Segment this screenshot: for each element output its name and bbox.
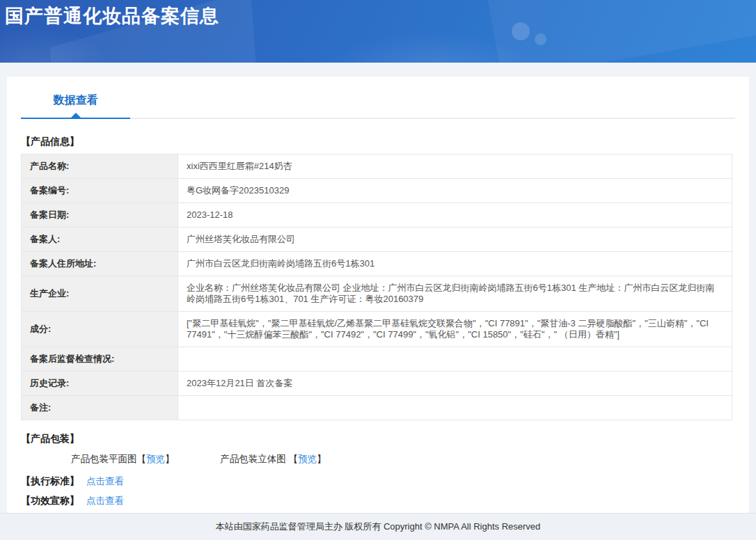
tab-active-underline bbox=[21, 118, 130, 119]
row-label: 备案编号: bbox=[22, 179, 178, 203]
product-info-table: 产品名称: xixi西西里红唇霜#214奶杏 备案编号: 粤G妆网备字20235… bbox=[21, 154, 732, 420]
row-value: 2023年12月21日 首次备案 bbox=[178, 372, 732, 396]
standard-view-link[interactable]: 点击查看 bbox=[86, 476, 124, 486]
packaging-flat-preview-link[interactable]: 预览 bbox=[146, 454, 165, 464]
table-row-remarks: 备注: bbox=[22, 396, 732, 420]
packaging-stereo-item: 产品包装立体图 【预览】 bbox=[220, 453, 326, 466]
row-value: 广州市白云区龙归街南岭岗埔路五街6号1栋301 bbox=[178, 252, 732, 276]
table-row-product-name: 产品名称: xixi西西里红唇霜#214奶杏 bbox=[22, 154, 732, 179]
packaging-stereo-preview-link[interactable]: 预览 bbox=[298, 454, 317, 464]
content-card: 数据查看 【产品信息】 产品名称: xixi西西里红唇霜#214奶杏 备案编号:… bbox=[7, 77, 749, 513]
table-row-supervision-check: 备案后监督检查情况: bbox=[22, 347, 732, 372]
tab-bar: 数据查看 bbox=[21, 93, 735, 119]
footer-copyright-text: 本站由国家药品监督管理局主办 版权所有 Copyright © NMPA All… bbox=[216, 521, 541, 533]
row-value: xixi西西里红唇霜#214奶杏 bbox=[178, 154, 732, 179]
table-row-record-number: 备案编号: 粤G妆网备字2023510329 bbox=[22, 179, 732, 203]
header-decoration-circle-small bbox=[535, 33, 546, 45]
section-efficacy-title: 【功效宣称】 bbox=[21, 495, 79, 506]
table-row-record-date: 备案日期: 2023-12-18 bbox=[22, 203, 732, 228]
row-label: 备案人住所地址: bbox=[22, 252, 178, 276]
table-row-ingredients: 成分: ["聚二甲基硅氧烷"，"聚二甲基硅氧烷/乙烯基聚二甲基硅氧烷交联聚合物"… bbox=[22, 312, 732, 347]
standard-row: 【执行标准】点击查看 bbox=[21, 475, 735, 488]
table-row-manufacturer: 生产企业: 企业名称：广州丝塔芙化妆品有限公司 企业地址：广州市白云区龙归街南岭… bbox=[22, 276, 732, 312]
table-row-history: 历史记录: 2023年12月21日 首次备案 bbox=[22, 372, 732, 396]
row-value: 2023-12-18 bbox=[178, 203, 732, 228]
row-value: 企业名称：广州丝塔芙化妆品有限公司 企业地址：广州市白云区龙归街南岭岗埔路五街6… bbox=[178, 276, 732, 312]
row-label: 备案后监督检查情况: bbox=[22, 347, 178, 372]
efficacy-row: 【功效宣称】点击查看 bbox=[21, 495, 735, 507]
section-standard-title: 【执行标准】 bbox=[21, 475, 79, 486]
row-label: 产品名称: bbox=[22, 154, 178, 179]
page-footer: 本站由国家药品监督管理局主办 版权所有 Copyright © NMPA All… bbox=[0, 513, 756, 540]
row-label: 备案人: bbox=[22, 228, 178, 252]
packaging-row: 产品包装平面图【预览】 产品包装立体图 【预览】 bbox=[21, 453, 735, 466]
page-header: 国产普通化妆品备案信息 bbox=[0, 0, 756, 63]
packaging-flat-label: 产品包装平面图 bbox=[71, 454, 137, 464]
tab-data-view[interactable]: 数据查看 bbox=[21, 93, 130, 118]
table-row-registrant-address: 备案人住所地址: 广州市白云区龙归街南岭岗埔路五街6号1栋301 bbox=[22, 252, 732, 276]
row-label: 备案日期: bbox=[22, 203, 178, 228]
row-value: ["聚二甲基硅氧烷"，"聚二甲基硅氧烷/乙烯基聚二甲基硅氧烷交联聚合物"，"CI… bbox=[178, 312, 732, 347]
packaging-flat-item: 产品包装平面图【预览】 bbox=[71, 453, 175, 466]
bracket-close: 】 bbox=[165, 454, 175, 464]
table-row-registrant: 备案人: 广州丝塔芙化妆品有限公司 bbox=[22, 228, 732, 252]
tab-data-view-label: 数据查看 bbox=[54, 94, 98, 106]
row-value bbox=[178, 347, 732, 372]
bracket-close: 】 bbox=[317, 454, 326, 464]
bracket-open: 【 bbox=[137, 454, 147, 464]
bracket-open: 【 bbox=[289, 454, 299, 464]
row-label: 历史记录: bbox=[22, 372, 178, 396]
packaging-stereo-label: 产品包装立体图 bbox=[220, 454, 286, 464]
row-label: 备注: bbox=[22, 396, 178, 420]
page-title: 国产普通化妆品备案信息 bbox=[0, 0, 756, 29]
section-packaging-title: 【产品包装】 bbox=[21, 433, 735, 445]
row-label: 生产企业: bbox=[22, 276, 178, 312]
row-label: 成分: bbox=[22, 312, 178, 347]
tab-arrow-icon bbox=[71, 113, 81, 118]
header-decoration-glow2 bbox=[0, 28, 111, 63]
section-product-info-title: 【产品信息】 bbox=[21, 136, 735, 148]
row-value: 粤G妆网备字2023510329 bbox=[178, 179, 732, 203]
efficacy-view-link[interactable]: 点击查看 bbox=[86, 495, 124, 506]
row-value bbox=[178, 396, 732, 420]
row-value: 广州丝塔芙化妆品有限公司 bbox=[178, 228, 732, 252]
